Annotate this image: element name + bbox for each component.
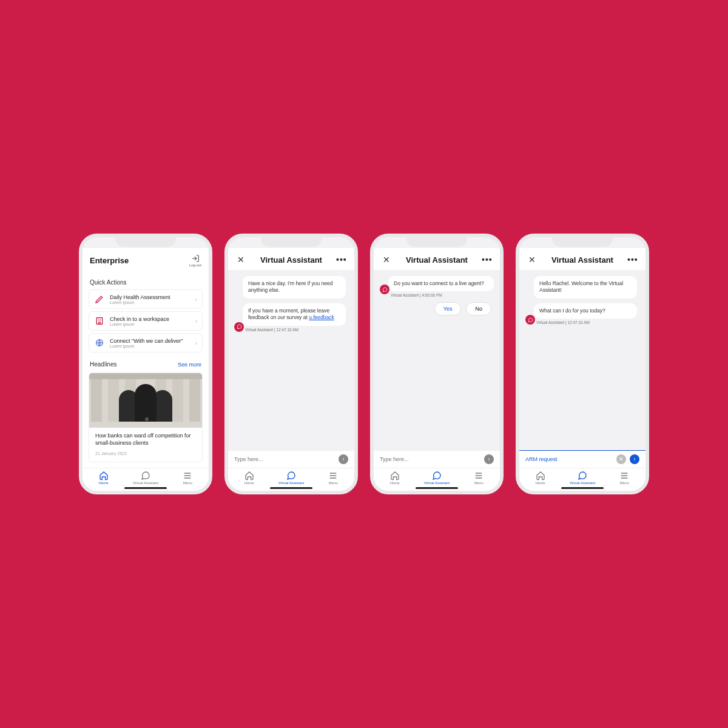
more-button[interactable]: ••• — [627, 255, 638, 265]
clear-button[interactable]: ✕ — [616, 454, 626, 464]
home-indicator — [561, 487, 604, 489]
screen-title: Virtual Assistant — [246, 255, 336, 265]
pen-icon — [94, 294, 105, 305]
tab-assistant[interactable]: Virtual Assistant — [124, 471, 166, 485]
chat-message: Do you want to connect to a live agent? … — [380, 276, 494, 297]
chat-input-bar: ↑ — [228, 450, 354, 468]
chat-icon — [141, 471, 150, 480]
menu-icon — [183, 471, 192, 480]
chat-bubble: If you have a moment, please leave feedb… — [243, 303, 346, 326]
more-button[interactable]: ••• — [482, 255, 493, 265]
qa-item-workspace[interactable]: Check in to a workspace Lorem ipsum › — [89, 311, 203, 331]
tab-bar: Home Virtual Assistant Menu — [519, 468, 645, 486]
send-button[interactable]: ↑ — [630, 454, 639, 464]
qa-item-title: Check in to a workspace — [110, 316, 190, 322]
qa-item-health[interactable]: Daily Health Assessment Lorem ipsum › — [89, 289, 203, 309]
logout-icon — [191, 254, 200, 263]
close-button[interactable]: ✕ — [381, 254, 392, 265]
chat-bubble: Have a nice day. I'm here if you need an… — [243, 276, 346, 298]
tab-assistant[interactable]: Virtual Assistant — [416, 471, 457, 485]
svg-rect-3 — [91, 379, 102, 422]
chat-message: If you have a moment, please leave feedb… — [234, 303, 348, 332]
headline-date: 21 January 2022 — [95, 451, 196, 456]
chevron-right-icon: › — [195, 318, 197, 325]
chevron-right-icon: › — [195, 296, 197, 303]
message-meta: Virtual Assistant | 12:47:10 AM — [536, 320, 639, 325]
chat-message: Hello Rachel. Welcome to the Virtual Ass… — [525, 276, 639, 298]
assistant-avatar — [380, 285, 389, 294]
see-more-link[interactable]: See more — [178, 362, 201, 368]
assistant-avatar — [234, 322, 244, 332]
home-icon — [536, 471, 545, 480]
home-indicator — [270, 487, 312, 489]
chat-input-bar: ↑ — [374, 450, 500, 468]
app-title: Enterprise — [90, 256, 189, 265]
survey-link[interactable]: u.feedback — [309, 314, 334, 320]
menu-icon — [474, 471, 484, 480]
notch — [406, 235, 467, 247]
send-button[interactable]: ↑ — [484, 454, 494, 464]
header: Enterprise Log out — [83, 248, 209, 272]
close-button[interactable]: ✕ — [527, 254, 538, 265]
message-meta: Virtual Assistant | 4:00:00 PM — [391, 293, 494, 297]
qa-item-sub: Lorem ipsum — [110, 344, 190, 348]
screen-title: Virtual Assistant — [392, 255, 482, 265]
chat-icon — [286, 471, 296, 480]
more-button[interactable]: ••• — [336, 255, 347, 265]
tab-home[interactable]: Home — [228, 471, 270, 485]
tab-assistant[interactable]: Virtual Assistant — [561, 471, 603, 485]
qa-item-connect[interactable]: Connect "With we can deliver" Lorem ipsu… — [89, 333, 203, 352]
chat-area: Have a nice day. I'm here if you need an… — [228, 270, 354, 450]
chat-bubble: Do you want to connect to a live agent? — [388, 276, 494, 291]
phone-enterprise: Enterprise Log out Quick Actions Daily H… — [79, 234, 212, 494]
tab-bar: Home Virtual Assistant Menu — [83, 468, 209, 486]
home-icon — [390, 471, 400, 480]
home-indicator — [124, 487, 167, 489]
chat-bubble-icon — [528, 317, 533, 323]
svg-point-10 — [145, 417, 149, 421]
building-icon — [94, 315, 105, 326]
tab-assistant[interactable]: Virtual Assistant — [270, 471, 312, 485]
tab-menu[interactable]: Menu — [312, 471, 354, 485]
yes-button[interactable]: Yes — [434, 302, 462, 315]
qa-item-title: Daily Health Assessment — [110, 294, 190, 300]
tab-bar: Home Virtual Assistant Menu — [228, 468, 354, 486]
qa-item-sub: Lorem ipsum — [110, 322, 190, 326]
tab-menu[interactable]: Menu — [604, 471, 645, 485]
chat-input-bar: ✕ ↑ — [519, 450, 645, 468]
send-button[interactable]: ↑ — [339, 454, 348, 464]
phone-assistant-feedback: ✕ Virtual Assistant ••• Have a nice day.… — [224, 234, 358, 494]
globe-icon — [94, 337, 105, 348]
message-meta: Virtual Assistant | 12:47:10 AM — [245, 328, 348, 332]
notch — [115, 235, 176, 247]
chat-message: What can I do for you today? Virtual Ass… — [525, 303, 639, 325]
chat-icon — [578, 471, 587, 480]
chat-bubble-icon — [382, 287, 388, 292]
chat-input[interactable] — [380, 456, 480, 462]
chat-input[interactable] — [234, 456, 335, 462]
chat-message: Have a nice day. I'm here if you need an… — [234, 276, 348, 298]
menu-icon — [619, 471, 629, 480]
no-button[interactable]: No — [466, 302, 491, 315]
headline-card[interactable]: How banks can ward off competition for s… — [89, 372, 203, 462]
chat-area: Do you want to connect to a live agent? … — [374, 270, 500, 450]
qa-item-title: Connect "With we can deliver" — [110, 338, 190, 344]
tab-home[interactable]: Home — [374, 471, 416, 485]
chevron-right-icon: › — [195, 340, 197, 346]
tab-home[interactable]: Home — [519, 471, 561, 485]
tab-menu[interactable]: Menu — [458, 471, 500, 485]
chat-bubble-icon — [237, 324, 242, 329]
svg-rect-5 — [108, 379, 119, 422]
tab-menu[interactable]: Menu — [167, 471, 209, 485]
menu-icon — [328, 471, 338, 480]
notch — [552, 235, 613, 247]
tab-home[interactable]: Home — [83, 471, 124, 485]
headline-image — [89, 373, 202, 428]
close-button[interactable]: ✕ — [235, 254, 246, 265]
chat-input[interactable] — [525, 456, 613, 462]
logout-button[interactable]: Log out — [189, 254, 201, 267]
home-indicator — [416, 487, 458, 489]
svg-rect-6 — [172, 379, 183, 422]
svg-rect-9 — [89, 373, 202, 379]
chat-icon — [432, 471, 442, 480]
